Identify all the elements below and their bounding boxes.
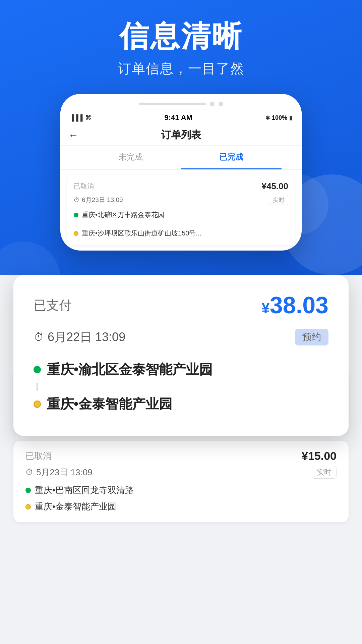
order-card-2[interactable]: 已取消 ¥15.00 ⏱ 5月23日 13:09 实时 重庆•巴南区回龙寺双清路… [13, 441, 349, 522]
to-dot-gold [74, 231, 78, 236]
status-right: ✱ 100% ▮ [265, 114, 292, 121]
expanded-header: 已支付 ¥38.03 [34, 292, 328, 319]
card2-time-row: ⏱ 5月23日 13:09 实时 [25, 466, 337, 479]
clock-icon-expanded: ⏱ [34, 331, 44, 343]
inner-order-status: 已取消 [74, 182, 94, 191]
card2-time: ⏱ 5月23日 13:09 [25, 467, 93, 478]
inner-route-to: 重庆•沙坪坝区歌乐山街道矿山坡150号... [74, 227, 288, 239]
card2-route-to: 重庆•金泰智能产业园 [25, 500, 337, 514]
expanded-route-from: 重庆•渝北区金泰智能产业园 [34, 358, 328, 381]
header-section: 信息清晰 订单信息，一目了然 [0, 20, 362, 78]
expanded-time: ⏱ 6月22日 13:09 [34, 329, 125, 345]
expanded-status: 已支付 [34, 297, 72, 314]
signal-icon: ▐▐▐ [70, 114, 82, 121]
inner-route-from: 重庆•北碚区万丰路金泰花园 [74, 209, 288, 221]
wifi-icon: ⌘ [85, 114, 91, 121]
tab-complete[interactable]: 已完成 [181, 146, 282, 169]
header-title: 信息清晰 [0, 20, 362, 53]
expanded-route-to: 重庆•金泰智能产业园 [34, 392, 328, 416]
status-left: ▐▐▐ ⌘ [70, 114, 91, 121]
inner-order-price: ¥45.00 [261, 181, 288, 192]
exp-route-connector [34, 381, 328, 392]
expanded-price: ¥38.03 [261, 292, 328, 319]
inner-card-header: 已取消 ¥45.00 [74, 181, 288, 192]
clock-icon-2: ⏱ [25, 468, 34, 477]
expanded-time-row: ⏱ 6月22日 13:09 预约 [34, 329, 328, 345]
card2-status: 已取消 [25, 450, 52, 462]
route-connector [76, 221, 76, 227]
phone-notch [139, 103, 206, 105]
back-button[interactable]: ← [68, 129, 78, 141]
bluetooth-icon: ✱ [265, 115, 270, 121]
inner-order-time: ⏱ 6月23日 13:09 [74, 196, 123, 204]
card2-header: 已取消 ¥15.00 [25, 449, 337, 463]
phone-dot-2 [219, 102, 223, 106]
card2-price: ¥15.00 [302, 449, 337, 463]
exp-from-dot [34, 366, 41, 373]
card2-from-dot [25, 488, 31, 493]
card2-route-from: 重庆•巴南区回龙寺双清路 [25, 483, 337, 497]
header-subtitle: 订单信息，一目了然 [0, 59, 362, 78]
expanded-tag: 预约 [295, 329, 328, 345]
battery-percent: 100% [272, 114, 287, 121]
exp-to-dot [34, 400, 41, 408]
clock-icon-inner: ⏱ [74, 197, 80, 204]
card2-to-dot [25, 504, 31, 509]
tabs-bar: 未完成 已完成 [60, 146, 302, 170]
battery-icon: ▮ [289, 115, 292, 121]
phone-top-bar [60, 94, 302, 111]
status-bar: ▐▐▐ ⌘ 9:41 AM ✱ 100% ▮ [60, 111, 302, 125]
expanded-order-card[interactable]: 已支付 ¥38.03 ⏱ 6月22日 13:09 预约 重庆•渝北区金泰智能产业… [13, 275, 349, 436]
tab-incomplete[interactable]: 未完成 [80, 146, 181, 169]
inner-order-card[interactable]: 已取消 ¥45.00 ⏱ 6月23日 13:09 实时 重庆•北碚区万丰路金泰花… [67, 175, 295, 245]
price-symbol: ¥ [261, 300, 269, 316]
inner-time-row: ⏱ 6月23日 13:09 实时 [74, 195, 288, 205]
inner-order-route: 重庆•北碚区万丰路金泰花园 重庆•沙坪坝区歌乐山街道矿山坡150号... [74, 209, 288, 239]
nav-bar: ← 订单列表 [60, 125, 302, 146]
card2-tag: 实时 [312, 466, 337, 479]
from-dot-green [74, 213, 78, 217]
status-time: 9:41 AM [164, 113, 192, 122]
phone-mockup: ▐▐▐ ⌘ 9:41 AM ✱ 100% ▮ ← 订单列表 未完成 已完成 已取… [60, 94, 302, 251]
nav-title: 订单列表 [85, 128, 277, 142]
inner-tag-realtime: 实时 [269, 195, 288, 205]
phone-dot-1 [210, 102, 215, 106]
